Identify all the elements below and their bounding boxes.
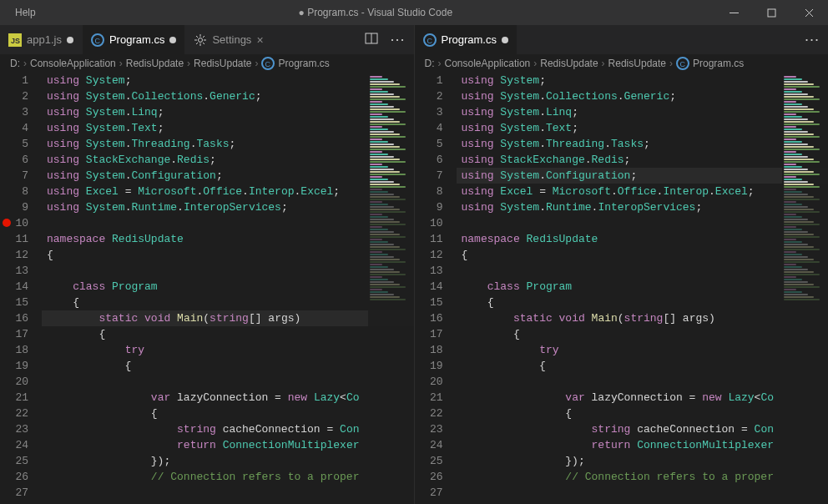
breadcrumb-segment[interactable]: RedisUpdate	[608, 58, 666, 69]
line-number[interactable]: 14	[0, 279, 28, 295]
code-content[interactable]: using System;using System.Collections.Ge…	[457, 73, 829, 504]
code-line[interactable]: return ConnectionMultiplexer	[457, 437, 829, 453]
text-editor[interactable]: 1234567891011121314151617181920212223242…	[415, 73, 829, 504]
line-number[interactable]: 20	[0, 374, 28, 390]
breadcrumb-segment[interactable]: RedisUpdate	[540, 58, 598, 69]
code-line[interactable]	[42, 215, 414, 231]
code-line[interactable]: using System.Runtime.InteropServices;	[42, 199, 414, 215]
maximize-button[interactable]	[753, 0, 790, 25]
close-tab-icon[interactable]: ×	[256, 33, 263, 47]
line-number[interactable]: 25	[0, 453, 28, 469]
code-line[interactable]	[42, 263, 414, 279]
code-line[interactable]: using System.Text;	[457, 120, 829, 136]
line-number[interactable]: 21	[415, 390, 443, 406]
code-line[interactable]: using System.Configuration;	[42, 168, 414, 184]
line-number-gutter[interactable]: 1234567891011121314151617181920212223242…	[415, 73, 457, 504]
more-actions-icon[interactable]: ···	[805, 31, 820, 48]
code-line[interactable]: var lazyConnection = new Lazy<Co	[42, 390, 414, 406]
tab-program-cs[interactable]: CProgram.cs	[415, 25, 518, 54]
code-line[interactable]: {	[457, 295, 829, 310]
code-line[interactable]: {	[42, 295, 414, 310]
code-line[interactable]: return ConnectionMultiplexer	[42, 437, 414, 453]
code-line[interactable]: using System.Runtime.InteropServices;	[457, 199, 829, 215]
line-number[interactable]: 14	[415, 279, 443, 295]
minimap[interactable]	[782, 73, 828, 504]
code-line[interactable]	[457, 501, 829, 504]
code-line[interactable]: using System.Threading.Tasks;	[42, 136, 414, 152]
code-line[interactable]: using System.Threading.Tasks;	[457, 136, 829, 152]
line-number[interactable]: 16	[0, 310, 28, 326]
line-number[interactable]: 3	[415, 104, 443, 120]
line-number[interactable]: 15	[0, 295, 28, 310]
line-number[interactable]: 5	[0, 136, 28, 152]
breadcrumb-segment[interactable]: D:	[10, 58, 20, 69]
code-line[interactable]: using System;	[457, 73, 829, 88]
line-number[interactable]: 8	[0, 184, 28, 199]
text-editor[interactable]: 1234567891011121314151617181920212223242…	[0, 73, 414, 504]
line-number[interactable]: 18	[0, 342, 28, 358]
line-number[interactable]: 12	[0, 247, 28, 263]
code-line[interactable]: class Program	[457, 279, 829, 295]
code-line[interactable]: using Excel = Microsoft.Office.Interop.E…	[42, 184, 414, 199]
line-number[interactable]: 11	[0, 231, 28, 247]
code-line[interactable]: {	[42, 406, 414, 421]
breadcrumb-segment[interactable]: ConsoleApplication	[30, 58, 116, 69]
line-number[interactable]: 4	[0, 120, 28, 136]
line-number[interactable]: 22	[0, 406, 28, 421]
code-line[interactable]: {	[457, 247, 829, 263]
code-line[interactable]: });	[457, 453, 829, 469]
line-number[interactable]: 2	[0, 88, 28, 104]
tab-program-cs[interactable]: CProgram.cs	[83, 25, 185, 54]
line-number[interactable]: 6	[415, 152, 443, 168]
line-number[interactable]: 21	[0, 390, 28, 406]
line-number[interactable]: 17	[0, 326, 28, 342]
split-editor-icon[interactable]	[365, 32, 378, 48]
line-number[interactable]: 18	[415, 342, 443, 358]
code-line[interactable]	[457, 263, 829, 279]
line-number[interactable]: 25	[415, 453, 443, 469]
code-line[interactable]	[457, 374, 829, 390]
code-line[interactable]: static void Main(string[] args)	[457, 310, 829, 326]
code-line[interactable]: });	[42, 453, 414, 469]
line-number[interactable]: 24	[0, 437, 28, 453]
code-line[interactable]: using System.Collections.Generic;	[42, 88, 414, 104]
line-number[interactable]: 27	[415, 485, 443, 501]
line-number[interactable]: 2	[415, 88, 443, 104]
code-content[interactable]: using System;using System.Collections.Ge…	[42, 73, 414, 504]
code-line[interactable]: try	[457, 342, 829, 358]
line-number[interactable]: 17	[415, 326, 443, 342]
code-line[interactable]: string cacheConnection = Con	[42, 421, 414, 437]
menu-help[interactable]: Help	[15, 7, 36, 18]
code-line[interactable]: {	[457, 406, 829, 421]
line-number-gutter[interactable]: 1234567891011121314151617181920212223242…	[0, 73, 42, 504]
line-number[interactable]: 16	[415, 310, 443, 326]
code-line[interactable]: {	[42, 326, 414, 342]
line-number[interactable]: 4	[415, 120, 443, 136]
line-number[interactable]: 19	[0, 358, 28, 374]
code-line[interactable]	[42, 485, 414, 501]
code-line[interactable]: static void Main(string[] args)	[42, 310, 414, 326]
code-line[interactable]: string cacheConnection = Con	[457, 421, 829, 437]
code-line[interactable]: // Connection refers to a proper	[42, 469, 414, 485]
breadcrumb-segment[interactable]: Program.cs	[693, 58, 744, 69]
code-line[interactable]: using System.Configuration;	[457, 168, 829, 184]
code-line[interactable]: namespace RedisUpdate	[457, 231, 829, 247]
breadcrumb-segment[interactable]: D:	[425, 58, 435, 69]
line-number[interactable]: 9	[415, 199, 443, 215]
breadcrumb-segment[interactable]: RedisUpdate	[194, 58, 251, 69]
line-number[interactable]: 13	[0, 263, 28, 279]
breadcrumb-segment[interactable]: ConsoleApplication	[445, 58, 531, 69]
code-line[interactable]: using System.Linq;	[457, 104, 829, 120]
line-number[interactable]: 26	[0, 469, 28, 485]
line-number[interactable]: 22	[415, 406, 443, 421]
code-line[interactable]: // Connection refers to a proper	[457, 469, 829, 485]
tab-app1-js[interactable]: JSapp1.js	[0, 25, 83, 54]
line-number[interactable]: 9	[0, 199, 28, 215]
code-line[interactable]: {	[42, 247, 414, 263]
code-line[interactable]: using System.Collections.Generic;	[457, 88, 829, 104]
line-number[interactable]: 28	[0, 501, 28, 504]
breadcrumb-segment[interactable]: Program.cs	[278, 58, 329, 69]
close-button[interactable]	[790, 0, 828, 25]
line-number[interactable]: 20	[415, 374, 443, 390]
line-number[interactable]: 19	[415, 358, 443, 374]
